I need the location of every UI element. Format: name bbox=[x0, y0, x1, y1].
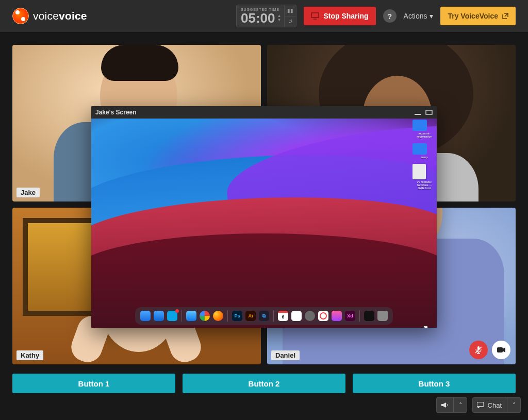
dock-app-figma[interactable] bbox=[332, 311, 342, 321]
svg-rect-8 bbox=[426, 110, 432, 114]
dock-app-safari[interactable] bbox=[186, 311, 196, 321]
pause-icon: ▮▮ bbox=[287, 8, 293, 13]
dock-app-todoist[interactable] bbox=[318, 311, 328, 321]
mic-toggle-button[interactable] bbox=[469, 341, 488, 359]
maximize-icon[interactable] bbox=[425, 110, 433, 115]
desktop-folder[interactable]: account-registration bbox=[412, 120, 436, 138]
action-button-3[interactable]: Button 3 bbox=[353, 374, 516, 393]
caret-down-icon: ▾ bbox=[430, 12, 433, 20]
try-voicevoice-button[interactable]: Try VoiceVoice bbox=[440, 7, 516, 25]
app-header: voicevoice SUGGESTED TIME 05:00 ▲ ▼ ▮▮ ↺… bbox=[0, 0, 528, 32]
dock-app-finder[interactable] bbox=[140, 311, 151, 321]
screenshare-title: Jake's Screen bbox=[95, 109, 137, 116]
help-button[interactable]: ? bbox=[383, 9, 397, 23]
dock-app-xd[interactable]: Xd bbox=[345, 311, 355, 321]
folder-icon bbox=[412, 120, 427, 131]
timer-value: 05:00 bbox=[241, 11, 275, 25]
stop-sharing-label: Stop Sharing bbox=[323, 12, 368, 20]
brand-name-1: voice bbox=[33, 10, 59, 22]
timer-reset-button[interactable]: ↺ bbox=[285, 16, 296, 27]
brand-logo-icon bbox=[12, 8, 29, 24]
try-label: Try VoiceVoice bbox=[448, 12, 498, 20]
dock-app-settings[interactable] bbox=[305, 311, 315, 321]
brand-name-2: voice bbox=[59, 10, 87, 22]
chevron-up-icon: ˄ bbox=[513, 401, 516, 409]
desktop-folder[interactable]: temp bbox=[412, 143, 436, 159]
dock-app-terminal[interactable] bbox=[364, 311, 374, 321]
question-icon: ? bbox=[387, 12, 392, 21]
screenshare-window[interactable]: Jake's Screen account-registration temp … bbox=[91, 106, 437, 328]
camera-toggle-button[interactable] bbox=[492, 341, 510, 359]
dock-app-trash[interactable] bbox=[377, 311, 388, 321]
shared-desktop: account-registration temp vv replace: fo… bbox=[91, 119, 437, 328]
participant-name-tag: Kathy bbox=[16, 350, 43, 360]
dock-app-notes[interactable] bbox=[291, 311, 302, 321]
svg-rect-6 bbox=[477, 402, 484, 407]
timer-pause-button[interactable]: ▮▮ bbox=[285, 5, 296, 16]
action-button-row: Button 1 Button 2 Button 3 bbox=[12, 374, 516, 393]
undo-icon: ↺ bbox=[288, 19, 292, 24]
dock-app-firefox[interactable] bbox=[213, 311, 223, 321]
chevron-down-icon[interactable]: ▼ bbox=[277, 18, 282, 22]
suggested-time-widget: SUGGESTED TIME 05:00 ▲ ▼ ▮▮ ↺ bbox=[236, 5, 296, 27]
chat-label: Chat bbox=[488, 401, 502, 409]
brand-logo[interactable]: voicevoice bbox=[12, 8, 87, 24]
screenshare-titlebar[interactable]: Jake's Screen bbox=[91, 106, 437, 119]
desktop-icons: account-registration temp vv replace: fo… bbox=[415, 120, 434, 190]
participant-name-tag: Jake bbox=[16, 188, 40, 197]
folder-icon bbox=[412, 143, 427, 155]
bottom-bar: ˄ Chat ˄ bbox=[436, 397, 521, 413]
camera-icon bbox=[497, 347, 505, 353]
chevron-up-icon: ˄ bbox=[459, 401, 463, 409]
actions-dropdown[interactable]: Actions ▾ bbox=[404, 12, 434, 20]
mic-muted-icon bbox=[474, 346, 483, 354]
svg-rect-5 bbox=[497, 347, 503, 352]
dock-app-mail[interactable] bbox=[154, 311, 164, 321]
dock-app-chrome[interactable] bbox=[200, 311, 210, 321]
chat-chip[interactable]: Chat ˄ bbox=[472, 397, 521, 413]
dock-app-illustrator[interactable]: Ai bbox=[245, 311, 256, 321]
screen-share-icon bbox=[311, 12, 319, 20]
actions-label: Actions bbox=[404, 12, 427, 20]
timer-stepper[interactable]: ▲ ▼ bbox=[277, 14, 282, 22]
action-button-1[interactable]: Button 1 bbox=[12, 374, 175, 393]
stop-sharing-button[interactable]: Stop Sharing bbox=[304, 7, 375, 25]
chat-icon bbox=[477, 402, 484, 408]
participant-name-tag: Daniel bbox=[271, 350, 300, 360]
dock-app-skype[interactable] bbox=[167, 311, 177, 321]
announce-chip[interactable]: ˄ bbox=[436, 397, 467, 413]
file-icon bbox=[412, 164, 426, 179]
action-button-2[interactable]: Button 2 bbox=[183, 374, 345, 393]
svg-rect-2 bbox=[314, 19, 317, 20]
svg-rect-1 bbox=[312, 13, 318, 17]
dock-app-photoshop[interactable]: Ps bbox=[232, 311, 242, 321]
dock-app-vscode[interactable]: ⧉ bbox=[259, 311, 269, 321]
minimize-icon[interactable] bbox=[414, 110, 421, 115]
brand-logo-text: voicevoice bbox=[33, 10, 87, 22]
macos-dock[interactable]: Ps Ai ⧉ 6 Xd bbox=[135, 307, 393, 325]
external-link-icon bbox=[502, 13, 508, 19]
desktop-file[interactable]: vv replace: footwea...-GAE.html bbox=[412, 164, 436, 190]
dock-app-calendar[interactable]: 6 bbox=[278, 311, 288, 321]
megaphone-icon bbox=[441, 402, 448, 408]
